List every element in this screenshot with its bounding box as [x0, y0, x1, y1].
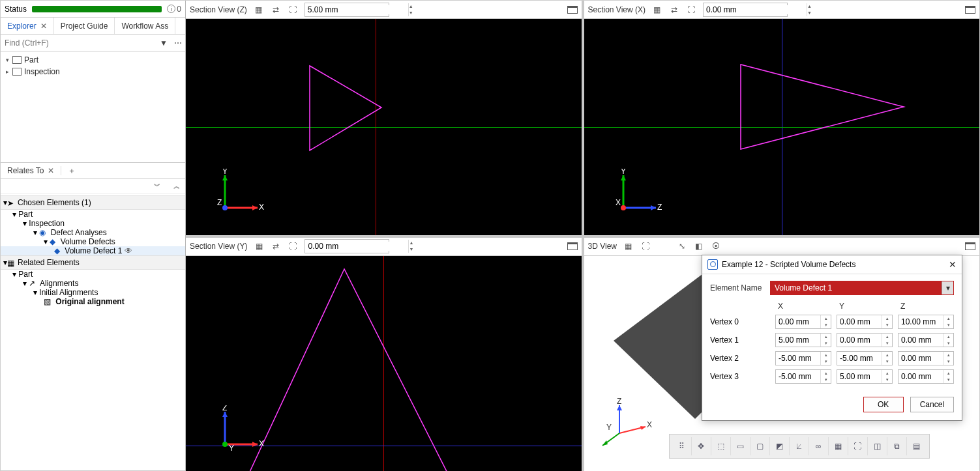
vertex-2-x[interactable]: ▴▾	[775, 351, 831, 365]
chosen-volume-defects[interactable]: ▾ ◆ Volume Defects	[1, 237, 185, 246]
grid-icon[interactable]: ▦	[652, 5, 662, 15]
camera-icon[interactable]: ⦿	[711, 241, 721, 251]
close-icon[interactable]: ✕	[48, 166, 54, 175]
maximize-icon[interactable]	[567, 6, 578, 14]
tool-grid-icon[interactable]: ▦	[829, 437, 848, 455]
tab-workflow[interactable]: Workflow Ass	[115, 18, 175, 34]
chevron-down-icon[interactable]: ︾	[154, 182, 160, 191]
section-z-input[interactable]	[305, 5, 408, 14]
maximize-icon[interactable]	[965, 6, 975, 14]
swap-icon[interactable]: ⇄	[271, 241, 281, 251]
maximize-icon[interactable]	[567, 242, 578, 250]
filter-icon[interactable]: ▼	[156, 38, 171, 48]
tool-link-icon[interactable]: ∞	[809, 437, 829, 455]
vertex-3-x[interactable]: ▴▾	[775, 369, 831, 384]
tool-points-icon[interactable]: ⠿	[672, 437, 692, 455]
chosen-part[interactable]: ▾ Part	[1, 210, 185, 219]
tree-inspection[interactable]: ▸ Inspection	[1, 66, 185, 78]
related-part[interactable]: ▾ Part	[1, 270, 185, 279]
expand-icon[interactable]: ⛶	[288, 241, 298, 251]
element-name-combo[interactable]: Volume Defect 1 ▾	[770, 281, 954, 295]
vertex-2-z[interactable]: ▴▾	[898, 351, 954, 365]
grid-icon[interactable]: ▦	[254, 241, 264, 251]
section-x-value[interactable]: ▲▼	[703, 3, 788, 17]
tree-part[interactable]: ▾ Part	[1, 54, 185, 66]
tab-project-guide[interactable]: Project Guide	[54, 18, 115, 34]
tool-clip-icon[interactable]: ⧉	[887, 437, 907, 455]
collapse-icon[interactable]: ▾	[23, 279, 27, 288]
canvas-y[interactable]: X Z Y	[186, 256, 582, 472]
add-tab[interactable]: ＋	[61, 165, 82, 177]
section-y-value[interactable]: ▲▼	[304, 239, 389, 253]
collapse-icon[interactable]: ▾	[33, 228, 37, 237]
spin-up-icon[interactable]: ▲	[409, 3, 413, 10]
visibility-icon[interactable]: 👁	[125, 246, 132, 255]
vertex-1-y[interactable]: ▴▾	[837, 333, 893, 347]
chosen-header[interactable]: ▾ ➤ Chosen Elements (1)	[1, 195, 185, 210]
chosen-defect-analyses[interactable]: ▾ ◉ Defect Analyses	[1, 228, 185, 237]
spin-down-icon[interactable]: ▼	[807, 10, 812, 16]
tool-iso-icon[interactable]: ◩	[770, 437, 790, 455]
related-original-alignment[interactable]: ▧ Original alignment	[1, 297, 185, 306]
collapse-icon[interactable]: ▾	[12, 210, 16, 219]
collapse-icon[interactable]: ▾	[33, 288, 37, 297]
swap-icon[interactable]: ⇄	[669, 5, 679, 15]
tool-snap-icon[interactable]: ◫	[868, 437, 887, 455]
section-y-input[interactable]	[305, 242, 408, 251]
svg-text:Y: Y	[621, 169, 626, 176]
grid-icon[interactable]: ▦	[623, 241, 634, 251]
expand-icon[interactable]: ⛶	[288, 5, 298, 15]
spin-up-icon[interactable]: ▲	[807, 3, 812, 10]
menu-icon[interactable]: ⋯	[171, 38, 185, 48]
section-x-input[interactable]	[704, 5, 807, 14]
related-header[interactable]: ▾ ▦ Related Elements	[1, 255, 185, 270]
expand-icon[interactable]: ▸	[3, 68, 11, 75]
vertex-1-z[interactable]: ▴▾	[898, 333, 954, 347]
search-input[interactable]	[1, 36, 156, 50]
collapse-icon[interactable]: ▾	[12, 270, 16, 279]
spin-up-icon[interactable]: ▲	[409, 240, 413, 246]
grid-icon[interactable]: ▦	[254, 5, 264, 15]
vertex-0-x[interactable]: ▴▾	[775, 315, 831, 329]
vertex-3-y[interactable]: ▴▾	[837, 369, 893, 384]
related-alignments[interactable]: ▾ ↗ Alignments	[1, 279, 185, 288]
section-z-value[interactable]: ▲▼	[304, 3, 389, 17]
spin-down-icon[interactable]: ▼	[409, 10, 413, 16]
expand-icon[interactable]: ⛶	[640, 241, 651, 251]
expand-icon[interactable]: ⛶	[686, 5, 696, 15]
tool-measure-icon[interactable]: ⟀	[790, 437, 809, 455]
dropdown-icon[interactable]: ▾	[942, 281, 953, 294]
vertex-1-x[interactable]: ▴▾	[775, 333, 831, 347]
status-progress	[32, 6, 162, 12]
canvas-z[interactable]: X Y Z	[186, 19, 582, 235]
maximize-icon[interactable]	[965, 242, 975, 250]
tool-fit-icon[interactable]: ⛶	[848, 437, 868, 455]
related-initial-alignments[interactable]: ▾ Initial Alignments	[1, 288, 185, 297]
tool-side-icon[interactable]: ▭	[731, 437, 750, 455]
vertex-3-z[interactable]: ▴▾	[898, 369, 954, 384]
vertex-2-y[interactable]: ▴▾	[837, 351, 893, 365]
tool-layout-icon[interactable]: ▤	[907, 437, 927, 455]
cursor-icon[interactable]: ⤡	[677, 241, 687, 251]
close-icon[interactable]: ✕	[949, 259, 957, 270]
tool-pan-icon[interactable]: ✥	[692, 437, 711, 455]
chosen-volume-defect-1[interactable]: ◆ Volume Defect 1 👁	[1, 246, 185, 255]
tool-front-icon[interactable]: ⬚	[711, 437, 731, 455]
split-icon[interactable]: ◧	[694, 241, 704, 251]
spin-down-icon[interactable]: ▼	[409, 246, 413, 253]
tab-explorer[interactable]: Explorer ✕	[1, 18, 54, 34]
tool-top-icon[interactable]: ▢	[750, 437, 770, 455]
collapse-icon[interactable]: ▾	[44, 237, 48, 246]
tab-relates-to[interactable]: Relates To ✕	[1, 166, 61, 175]
collapse-icon[interactable]: ▾	[3, 57, 11, 63]
chevron-up-icon[interactable]: ︽	[173, 182, 180, 191]
vertex-0-y[interactable]: ▴▾	[837, 315, 893, 329]
vertex-0-z[interactable]: ▴▾	[898, 315, 954, 329]
collapse-icon[interactable]: ▾	[23, 219, 27, 228]
swap-icon[interactable]: ⇄	[271, 5, 281, 15]
close-icon[interactable]: ✕	[40, 21, 47, 31]
ok-button[interactable]: OK	[863, 397, 904, 412]
chosen-inspection[interactable]: ▾ Inspection	[1, 219, 185, 228]
canvas-x[interactable]: Z Y X	[584, 19, 980, 235]
cancel-button[interactable]: Cancel	[910, 397, 954, 412]
